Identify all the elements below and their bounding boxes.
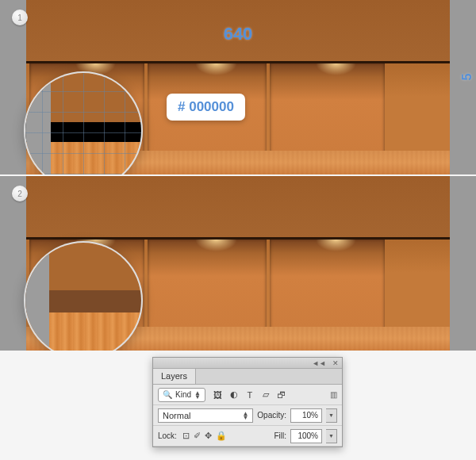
stepper-icon: ▲▼ [194, 391, 201, 399]
pixel-grid [25, 73, 141, 174]
step-2-row: 2 [0, 176, 476, 351]
width-annotation: 640 [224, 24, 253, 44]
hex-color-badge: # 000000 [167, 94, 245, 121]
fill-label: Fill: [274, 431, 286, 440]
text-filter-icon[interactable]: T [244, 389, 255, 401]
step-number-badge: 2 [12, 186, 28, 201]
canvas-edge-left [0, 0, 26, 174]
layers-tab[interactable]: Layers [153, 369, 196, 384]
height-annotation: 5 [461, 74, 475, 81]
fill-dropdown-arrow[interactable]: ▼ [326, 429, 337, 443]
canvas-edge-right [450, 176, 476, 351]
lock-image-icon[interactable]: ✐ [194, 431, 201, 441]
fill-input[interactable]: 100% [290, 429, 322, 443]
panel-tabs: Layers [153, 369, 342, 385]
search-icon: 🔍 [163, 390, 172, 399]
blend-mode-value: Normal [163, 411, 190, 420]
shape-filter-icon[interactable]: ▱ [260, 389, 271, 401]
panel-menu-icon[interactable]: ▥ [330, 390, 337, 399]
lock-transparency-icon[interactable]: ⊡ [182, 431, 190, 441]
lock-position-icon[interactable]: ✥ [205, 431, 212, 441]
opacity-input[interactable]: 10% [290, 408, 322, 423]
opacity-label: Opacity: [257, 411, 286, 420]
lock-label: Lock: [158, 431, 177, 440]
opacity-dropdown-arrow[interactable]: ▼ [326, 408, 337, 423]
layers-panel: ◄◄ ✕ Layers 🔍 Kind ▲▼ 🖼 ◐ T ▱ 🗗 ▥ Normal… [152, 357, 343, 447]
close-icon[interactable]: ✕ [332, 359, 339, 367]
smart-filter-icon[interactable]: 🗗 [276, 389, 287, 401]
filter-kind-dropdown[interactable]: 🔍 Kind ▲▼ [158, 388, 205, 402]
step-number-badge: 1 [12, 10, 28, 25]
filter-type-icons: 🖼 ◐ T ▱ 🗗 [213, 389, 287, 401]
canvas-edge-left [0, 176, 26, 351]
shelf-panel [270, 63, 385, 155]
collapse-icon[interactable]: ◄◄ [312, 359, 326, 367]
panel-topbar: ◄◄ ✕ [153, 358, 342, 369]
filter-kind-label: Kind [175, 390, 191, 399]
canvas-edge-right [450, 0, 476, 174]
adjustment-filter-icon[interactable]: ◐ [228, 389, 240, 401]
shelf-panel [270, 240, 385, 331]
image-filter-icon[interactable]: 🖼 [213, 389, 224, 401]
blend-mode-dropdown[interactable]: Normal ▲▼ [158, 408, 253, 423]
stepper-icon: ▲▼ [242, 412, 248, 420]
lock-row: Lock: ⊡ ✐ ✥ 🔒 Fill: 100% ▼ [153, 426, 342, 447]
lock-all-icon[interactable]: 🔒 [216, 431, 227, 441]
step-1-row: 1 640 5 # 000000 [0, 0, 476, 174]
filter-row: 🔍 Kind ▲▼ 🖼 ◐ T ▱ 🗗 ▥ [153, 385, 342, 405]
shelf-panel [148, 240, 267, 331]
blend-row: Normal ▲▼ Opacity: 10% ▼ [153, 405, 342, 426]
tutorial-canvas: 1 640 5 # 000000 [0, 0, 476, 351]
shelf-top [26, 176, 450, 240]
zoom-lens [24, 241, 143, 351]
